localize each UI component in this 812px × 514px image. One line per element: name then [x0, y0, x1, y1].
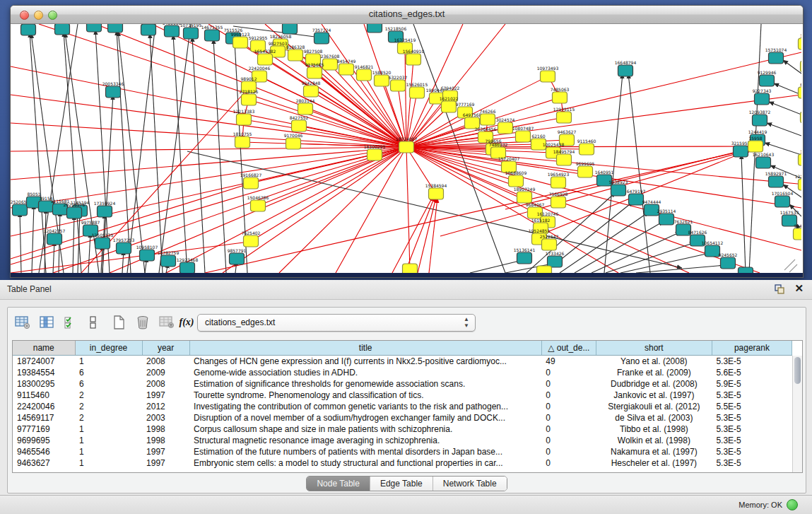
cell-name[interactable]: 22420046	[13, 401, 75, 412]
cell-short[interactable]: Nakamura et al. (1997)	[596, 446, 712, 457]
cell-year[interactable]: 1997	[142, 390, 189, 401]
network-node[interactable]	[55, 24, 70, 35]
cell-name[interactable]: 14569117	[13, 412, 75, 424]
cell-name[interactable]: 19384554	[13, 367, 75, 378]
network-node[interactable]	[801, 61, 802, 72]
network-edge[interactable]	[20, 212, 21, 273]
network-node[interactable]	[244, 235, 259, 247]
network-node[interactable]	[205, 30, 220, 41]
cell-year[interactable]: 2008	[142, 356, 189, 368]
table-row[interactable]: 946554611997Estimation of the future num…	[13, 446, 792, 457]
network-node[interactable]	[734, 146, 748, 157]
cell-year[interactable]: 2012	[142, 401, 189, 412]
network-node[interactable]	[551, 177, 566, 188]
cell-title[interactable]: Corpus callosum shape and size in male p…	[189, 424, 541, 435]
network-node[interactable]	[775, 196, 790, 207]
network-node[interactable]	[304, 86, 319, 97]
cell-short[interactable]: Wolkin et al. (1998)	[596, 435, 712, 446]
network-node[interactable]	[748, 141, 763, 152]
network-node[interactable]	[180, 262, 195, 273]
network-edge[interactable]	[767, 123, 801, 136]
table-row[interactable]: 2242004622012Investigating the contribut…	[13, 401, 792, 412]
cell-title[interactable]: Changes of HCN gene expression and I(f) …	[189, 356, 541, 368]
cell-name[interactable]: 18300295	[13, 378, 75, 390]
cell-title[interactable]: Disruption of a novel member of a sodium…	[189, 412, 541, 424]
table-settings-icon[interactable]	[13, 313, 32, 332]
column-header-pagerank[interactable]: pagerank	[712, 341, 792, 356]
network-node[interactable]	[705, 245, 720, 257]
network-node[interactable]	[579, 144, 594, 155]
network-node[interactable]	[721, 257, 736, 269]
network-node[interactable]	[553, 92, 567, 103]
column-header-out_degree[interactable]: △ out_de...	[541, 341, 596, 356]
network-edge[interactable]	[117, 30, 131, 273]
network-node[interactable]	[516, 131, 531, 142]
network-node[interactable]	[659, 214, 674, 225]
network-edge[interactable]	[592, 232, 681, 273]
network-node[interactable]	[314, 33, 329, 44]
network-node[interactable]	[517, 192, 532, 203]
cell-title[interactable]: Genome-wide association studies in ADHD.	[189, 367, 541, 378]
cell-out_degree[interactable]: 0	[541, 446, 596, 457]
network-node[interactable]	[288, 49, 303, 61]
select-columns-icon[interactable]	[61, 313, 80, 332]
network-node[interactable]	[578, 166, 593, 177]
column-header-short[interactable]: short	[596, 341, 712, 356]
network-node[interactable]	[799, 154, 802, 165]
network-node[interactable]	[237, 114, 252, 125]
network-node[interactable]	[106, 86, 121, 98]
cell-title[interactable]: Estimation of significance thresholds fo…	[189, 378, 541, 390]
close-icon[interactable]: ✕	[794, 282, 804, 295]
network-canvas[interactable]: 1405572420691406106532871527602646616010…	[11, 24, 801, 273]
network-edge[interactable]	[741, 154, 746, 273]
cell-in_degree[interactable]: 6	[75, 367, 142, 378]
cell-in_degree[interactable]: 1	[75, 424, 142, 435]
table-row[interactable]: 1938455462009Genome-wide association stu…	[13, 367, 792, 378]
network-node[interactable]	[799, 38, 802, 49]
table-row[interactable]: 1872400712008Changes of HCN gene express…	[13, 356, 792, 368]
network-edge[interactable]	[150, 33, 163, 273]
network-node[interactable]	[399, 141, 414, 153]
network-node[interactable]	[244, 177, 259, 189]
network-node[interactable]	[47, 233, 62, 245]
cell-title[interactable]: Estimation of the future numbers of pati…	[189, 446, 541, 457]
cell-out_degree[interactable]: 0	[541, 401, 596, 412]
network-edge[interactable]	[73, 215, 74, 273]
network-edge[interactable]	[11, 147, 406, 180]
network-node[interactable]	[799, 179, 802, 190]
network-node[interactable]	[165, 25, 180, 37]
trash-icon[interactable]	[134, 313, 152, 332]
network-edge[interactable]	[11, 147, 406, 236]
cell-name[interactable]: 9777169	[13, 424, 75, 435]
network-node[interactable]	[739, 267, 753, 273]
network-node[interactable]	[117, 243, 131, 254]
cell-out_degree[interactable]: 49	[541, 356, 596, 368]
cell-in_degree[interactable]: 2	[75, 401, 142, 412]
scrollbar-thumb[interactable]	[794, 357, 801, 384]
table-select-dropdown[interactable]: citations_edges.txt ▲▼	[197, 314, 476, 332]
column-header-title[interactable]: title	[189, 341, 541, 356]
cell-out_degree[interactable]: 0	[541, 457, 596, 469]
cell-in_degree[interactable]: 1	[75, 435, 142, 446]
network-edge[interactable]	[213, 39, 226, 273]
cell-year[interactable]: 2008	[142, 378, 189, 390]
cell-pagerank[interactable]: 5.3E-5	[712, 446, 792, 457]
cell-pagerank[interactable]: 5.3E-5	[712, 424, 792, 435]
network-edge[interactable]	[166, 147, 406, 273]
network-node[interactable]	[339, 64, 354, 75]
network-node[interactable]	[542, 239, 557, 250]
network-node[interactable]	[367, 24, 382, 33]
cell-out_degree[interactable]: 0	[541, 378, 596, 390]
cell-in_degree[interactable]: 6	[75, 378, 142, 390]
network-node[interactable]	[307, 67, 322, 78]
network-node[interactable]	[755, 93, 770, 105]
network-node[interactable]	[799, 87, 802, 98]
network-node[interactable]	[391, 80, 406, 91]
cell-out_degree[interactable]: 0	[541, 412, 596, 424]
cell-year[interactable]: 1997	[142, 457, 189, 469]
network-node[interactable]	[403, 264, 418, 273]
network-node[interactable]	[298, 103, 313, 115]
cell-in_degree[interactable]: 1	[75, 356, 142, 368]
network-edge[interactable]	[53, 241, 54, 273]
table-row[interactable]: 977716911998Corpus callosum shape and si…	[13, 424, 792, 435]
